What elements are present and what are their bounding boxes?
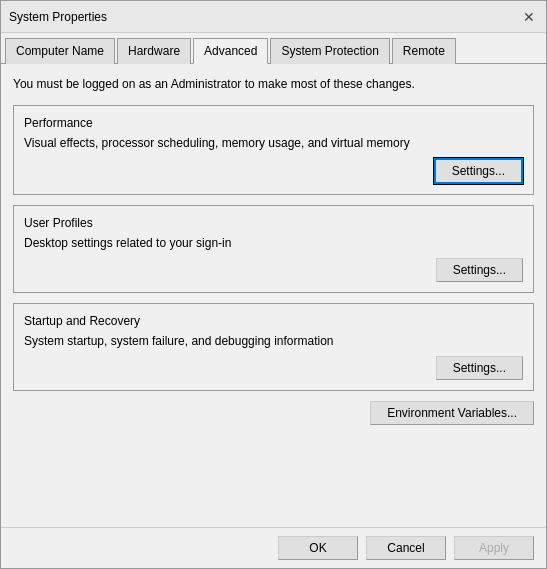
startup-recovery-section: Startup and Recovery System startup, sys… <box>13 303 534 391</box>
ok-button[interactable]: OK <box>278 536 358 560</box>
window-title: System Properties <box>9 10 107 24</box>
apply-button[interactable]: Apply <box>454 536 534 560</box>
tab-system-protection[interactable]: System Protection <box>270 38 389 64</box>
startup-recovery-title: Startup and Recovery <box>24 314 523 328</box>
startup-recovery-btn-row: Settings... <box>24 356 523 380</box>
close-button[interactable]: ✕ <box>520 8 538 26</box>
title-bar: System Properties ✕ <box>1 1 546 33</box>
user-profiles-settings-button[interactable]: Settings... <box>436 258 523 282</box>
cancel-button[interactable]: Cancel <box>366 536 446 560</box>
tab-hardware[interactable]: Hardware <box>117 38 191 64</box>
tabs-bar: Computer Name Hardware Advanced System P… <box>1 33 546 64</box>
performance-title: Performance <box>24 116 523 130</box>
startup-recovery-settings-button[interactable]: Settings... <box>436 356 523 380</box>
performance-btn-row: Settings... <box>24 158 523 184</box>
performance-section: Performance Visual effects, processor sc… <box>13 105 534 195</box>
footer: OK Cancel Apply <box>1 527 546 568</box>
user-profiles-title: User Profiles <box>24 216 523 230</box>
performance-settings-button[interactable]: Settings... <box>434 158 523 184</box>
system-properties-window: System Properties ✕ Computer Name Hardwa… <box>0 0 547 569</box>
user-profiles-btn-row: Settings... <box>24 258 523 282</box>
admin-info-text: You must be logged on as an Administrato… <box>13 76 534 93</box>
tab-remote[interactable]: Remote <box>392 38 456 64</box>
performance-desc: Visual effects, processor scheduling, me… <box>24 136 523 150</box>
env-variables-row: Environment Variables... <box>13 401 534 425</box>
tab-computer-name[interactable]: Computer Name <box>5 38 115 64</box>
tab-advanced[interactable]: Advanced <box>193 38 268 64</box>
content-area: You must be logged on as an Administrato… <box>1 64 546 527</box>
user-profiles-section: User Profiles Desktop settings related t… <box>13 205 534 293</box>
environment-variables-button[interactable]: Environment Variables... <box>370 401 534 425</box>
user-profiles-desc: Desktop settings related to your sign-in <box>24 236 523 250</box>
startup-recovery-desc: System startup, system failure, and debu… <box>24 334 523 348</box>
